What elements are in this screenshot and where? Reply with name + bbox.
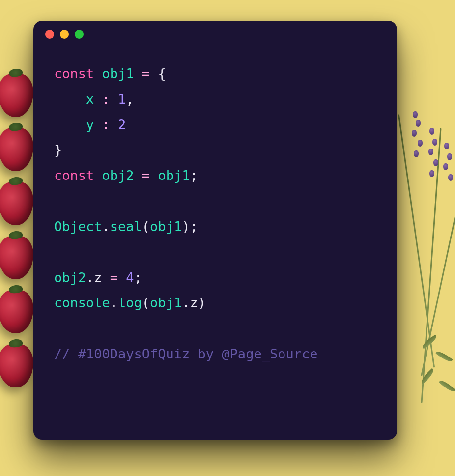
dot: . (102, 219, 110, 234)
keyword-const: const (54, 66, 94, 81)
property-x: x (86, 91, 94, 107)
raspberry-decoration (0, 290, 33, 333)
maximize-icon[interactable] (75, 30, 84, 39)
number-literal: 4 (126, 270, 134, 285)
identifier-obj1: obj1 (158, 168, 190, 183)
code-line: } (54, 142, 62, 157)
colon: : (102, 117, 110, 132)
code-line: const obj1 = { (54, 66, 166, 81)
property-z: z (94, 270, 102, 285)
raspberry-decoration (0, 236, 33, 279)
code-line: y : 2 (54, 117, 126, 132)
property-z: z (190, 295, 198, 310)
code-window: const obj1 = { x : 1, y : 2 } const obj2… (33, 21, 397, 440)
semicolon: ; (190, 219, 198, 234)
dot: . (86, 270, 94, 285)
code-line-blank (54, 193, 62, 208)
semicolon: ; (134, 270, 142, 285)
paren-close: ) (182, 219, 190, 234)
semicolon: ; (190, 168, 198, 183)
operator-equals: = (142, 168, 150, 183)
identifier-obj1: obj1 (102, 66, 134, 81)
dot: . (182, 295, 190, 310)
code-comment: // #100DaysOfQuiz by @Page_Source (54, 346, 317, 361)
code-line-blank (54, 244, 62, 260)
raspberry-decoration (0, 74, 33, 117)
code-line: obj2.z = 4; (54, 270, 142, 285)
raspberry-decoration (0, 344, 33, 387)
paren-open: ( (142, 295, 150, 310)
operator-equals: = (142, 66, 150, 81)
brace-close: } (54, 142, 62, 157)
code-block: const obj1 = { x : 1, y : 2 } const obj2… (33, 48, 397, 382)
identifier-console: console (54, 295, 110, 310)
raspberry-decoration (0, 182, 33, 225)
lavender-decoration (401, 108, 455, 428)
colon: : (102, 91, 110, 107)
dot: . (110, 295, 118, 310)
window-titlebar (33, 21, 397, 48)
code-line: console.log(obj1.z) (54, 295, 206, 310)
close-icon[interactable] (45, 30, 54, 39)
paren-close: ) (198, 295, 206, 310)
number-literal: 2 (118, 117, 126, 132)
identifier-obj2: obj2 (54, 270, 86, 285)
identifier-obj2: obj2 (102, 168, 134, 183)
code-line: Object.seal(obj1); (54, 219, 198, 234)
code-line: x : 1, (54, 91, 134, 107)
minimize-icon[interactable] (60, 30, 69, 39)
operator-equals: = (110, 270, 118, 285)
code-line-blank (54, 321, 62, 336)
code-line: const obj2 = obj1; (54, 168, 198, 183)
identifier-obj1: obj1 (150, 219, 182, 234)
property-y: y (86, 117, 94, 132)
method-log: log (118, 295, 142, 310)
identifier-object: Object (54, 219, 102, 234)
number-literal: 1 (118, 91, 126, 107)
method-seal: seal (110, 219, 142, 234)
brace-open: { (158, 66, 166, 81)
identifier-obj1: obj1 (150, 295, 182, 310)
raspberry-decoration (0, 128, 33, 171)
keyword-const: const (54, 168, 94, 183)
paren-open: ( (142, 219, 150, 234)
comma: , (126, 91, 134, 107)
